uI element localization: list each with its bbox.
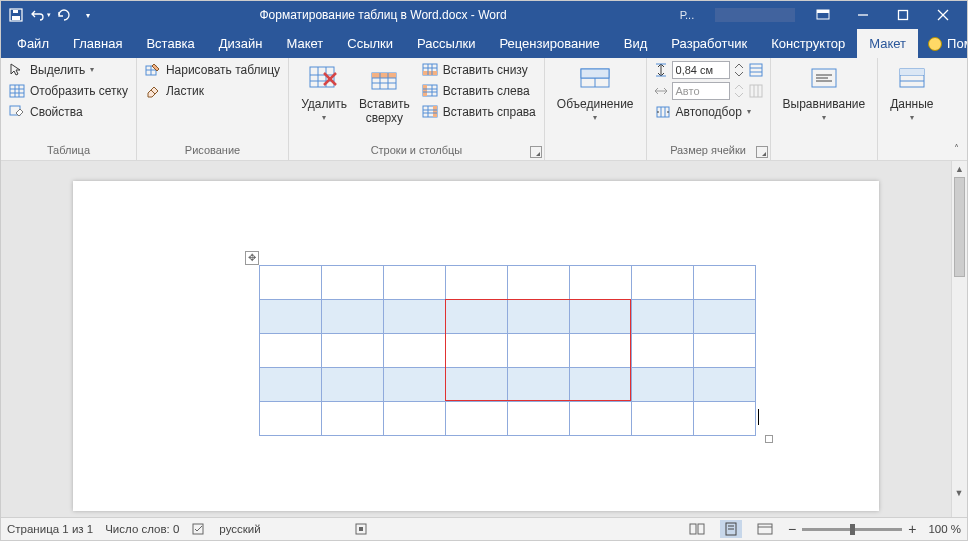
insert-below-icon — [422, 62, 438, 78]
table-resize-handle[interactable] — [765, 435, 773, 443]
svg-rect-44 — [433, 106, 437, 117]
macro-icon[interactable] — [353, 521, 369, 537]
svg-rect-6 — [899, 11, 908, 20]
print-layout-button[interactable] — [720, 520, 742, 538]
eraser-icon — [145, 83, 161, 99]
draw-table-button[interactable]: Нарисовать таблицу — [143, 61, 282, 79]
window-title: Форматирование таблиц в Word.docx - Word — [99, 8, 667, 22]
scroll-up-button[interactable]: ▲ — [952, 161, 967, 177]
tab-references[interactable]: Ссылки — [335, 29, 405, 58]
svg-rect-28 — [372, 73, 396, 78]
tab-view[interactable]: Вид — [612, 29, 660, 58]
col-width-input[interactable]: Авто — [672, 82, 730, 100]
cell-size-dialog-launcher[interactable] — [756, 146, 768, 158]
read-mode-button[interactable] — [686, 520, 708, 538]
undo-button[interactable]: ▾ — [29, 4, 51, 26]
svg-rect-55 — [750, 64, 762, 76]
cursor-icon — [9, 62, 25, 78]
spellcheck-icon[interactable] — [191, 521, 207, 537]
bulb-icon — [928, 37, 942, 51]
insert-right-button[interactable]: Вставить справа — [420, 103, 538, 121]
delete-table-icon — [308, 63, 340, 95]
tab-insert[interactable]: Вставка — [134, 29, 206, 58]
table-move-handle[interactable]: ✥ — [245, 251, 259, 265]
autofit-button[interactable]: Автоподбор▾ — [653, 103, 764, 121]
zoom-slider[interactable] — [802, 528, 902, 531]
tab-home[interactable]: Главная — [61, 29, 134, 58]
word-count[interactable]: Число слов: 0 — [105, 523, 179, 535]
svg-rect-81 — [758, 524, 772, 534]
qat-customize-button[interactable]: ▾ — [77, 4, 99, 26]
distribute-rows-button[interactable] — [748, 62, 764, 78]
svg-rect-73 — [193, 524, 203, 534]
status-bar: Страница 1 из 1 Число слов: 0 русский − … — [1, 517, 967, 540]
tab-design[interactable]: Дизайн — [207, 29, 275, 58]
group-alignment: Выравнивание▾ — [771, 58, 879, 160]
tell-me[interactable]: Помощн — [918, 29, 968, 58]
redo-button[interactable] — [53, 4, 75, 26]
vertical-scrollbar[interactable]: ▲ ▼ — [951, 161, 967, 517]
zoom-in-button[interactable]: + — [908, 521, 916, 537]
maximize-button[interactable] — [883, 1, 923, 29]
group-rows-columns: Удалить▾ Вставитьсверху Вставить снизу В… — [289, 58, 545, 160]
svg-rect-77 — [698, 524, 704, 534]
svg-rect-2 — [13, 10, 18, 13]
ribbon-tabs: Файл Главная Вставка Дизайн Макет Ссылки… — [1, 29, 967, 58]
row-height-input[interactable]: 0,84 см — [672, 61, 730, 79]
group-draw: Нарисовать таблицу Ластик Рисование — [137, 58, 289, 160]
tab-mailings[interactable]: Рассылки — [405, 29, 487, 58]
properties-button[interactable]: Свойства — [7, 103, 130, 121]
select-button[interactable]: Выделить▾ — [7, 61, 130, 79]
distribute-cols-button — [748, 83, 764, 99]
svg-rect-72 — [900, 69, 924, 75]
document-table[interactable] — [259, 265, 756, 436]
view-gridlines-button[interactable]: Отобразить сетку — [7, 82, 130, 100]
svg-rect-39 — [423, 85, 427, 96]
svg-rect-76 — [690, 524, 696, 534]
svg-rect-10 — [10, 85, 24, 97]
tab-developer[interactable]: Разработчик — [659, 29, 759, 58]
col-width-icon — [653, 83, 669, 99]
account-label[interactable]: Р... — [667, 9, 707, 21]
minimize-button[interactable] — [843, 1, 883, 29]
eraser-button[interactable]: Ластик — [143, 82, 282, 100]
alignment-button[interactable]: Выравнивание▾ — [777, 61, 872, 154]
tab-table-design[interactable]: Конструктор — [759, 29, 857, 58]
insert-below-button[interactable]: Вставить снизу — [420, 61, 538, 79]
close-button[interactable] — [923, 1, 963, 29]
insert-left-icon — [422, 83, 438, 99]
merge-icon — [579, 63, 611, 95]
data-icon — [896, 63, 928, 95]
web-layout-button[interactable] — [754, 520, 776, 538]
insert-above-icon — [368, 63, 400, 95]
scroll-thumb[interactable] — [954, 177, 965, 277]
svg-rect-1 — [12, 16, 20, 20]
group-cell-size: 0,84 см Авто Автоподбор▾ Размер ячейки — [647, 58, 771, 160]
tab-file[interactable]: Файл — [5, 29, 61, 58]
ribbon-display-button[interactable] — [803, 1, 843, 29]
zoom-out-button[interactable]: − — [788, 521, 796, 537]
svg-rect-75 — [359, 527, 363, 531]
group-table: Выделить▾ Отобразить сетку Свойства Табл… — [1, 58, 137, 160]
insert-left-button[interactable]: Вставить слева — [420, 82, 538, 100]
collapse-ribbon-button[interactable]: ˄ — [949, 143, 963, 157]
svg-rect-34 — [423, 71, 437, 75]
tab-layout[interactable]: Макет — [274, 29, 335, 58]
scroll-down-button[interactable]: ▼ — [951, 485, 967, 501]
language-indicator[interactable]: русский — [219, 523, 260, 535]
quick-access-toolbar: ▾ ▾ — [5, 4, 99, 26]
spinner-icon — [733, 83, 745, 99]
tab-review[interactable]: Рецензирование — [487, 29, 611, 58]
zoom-level[interactable]: 100 % — [928, 523, 961, 535]
delete-button[interactable]: Удалить▾ — [295, 61, 353, 142]
page-indicator[interactable]: Страница 1 из 1 — [7, 523, 93, 535]
rows-cols-dialog-launcher[interactable] — [530, 146, 542, 158]
merge-button[interactable]: Объединение▾ — [551, 61, 640, 154]
insert-above-button[interactable]: Вставитьсверху — [353, 61, 416, 142]
page[interactable]: ✥ — [73, 181, 879, 511]
svg-rect-51 — [581, 69, 609, 78]
tab-table-layout[interactable]: Макет — [857, 29, 918, 58]
spinner-icon[interactable] — [733, 62, 745, 78]
data-button[interactable]: Данные▾ — [884, 61, 939, 154]
save-button[interactable] — [5, 4, 27, 26]
